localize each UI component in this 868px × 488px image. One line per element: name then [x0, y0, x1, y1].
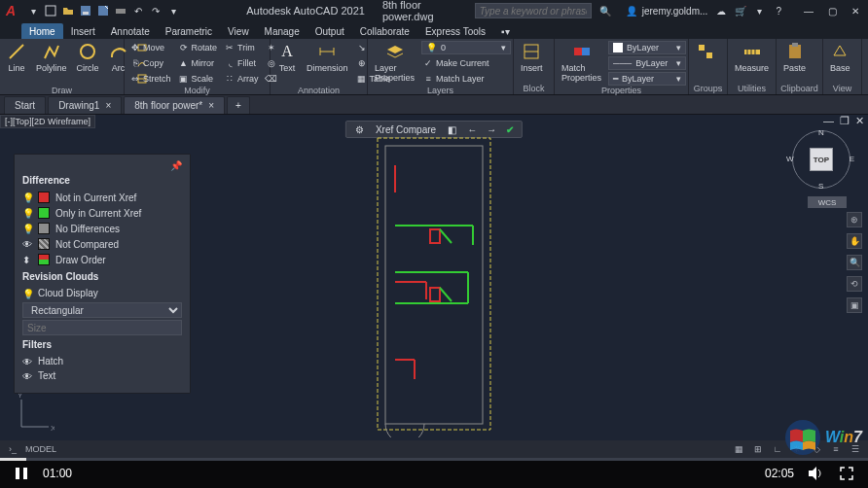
cloud-shape-select[interactable]: Rectangular: [22, 302, 182, 318]
command-line-icon[interactable]: ›_: [6, 442, 19, 456]
legend-draw-order[interactable]: ⬍Draw Order: [22, 252, 182, 267]
lineweight-bylayer-dropdown[interactable]: ━ByLayer▾: [608, 72, 686, 86]
orbit-icon[interactable]: ⟲: [847, 276, 862, 292]
view-cube[interactable]: TOP N E S W: [792, 130, 850, 189]
legend-no-differences[interactable]: 💡No Differences: [22, 221, 182, 236]
circle-button[interactable]: Circle: [74, 41, 102, 74]
tab-view[interactable]: View: [220, 23, 257, 39]
paste-button[interactable]: Paste: [780, 41, 809, 74]
steering-wheel-icon[interactable]: ⊛: [847, 212, 862, 227]
cloud-icon[interactable]: ☁: [715, 4, 727, 17]
next-diff-button[interactable]: →: [487, 124, 496, 135]
polyline-button[interactable]: Polyline: [33, 41, 70, 74]
vp-minimize-icon[interactable]: —: [823, 115, 834, 127]
redo-icon[interactable]: ↷: [149, 4, 163, 17]
fillet-button[interactable]: ◟Fillet: [223, 56, 261, 70]
volume-button[interactable]: [806, 464, 825, 483]
file-tab-drawing1[interactable]: Drawing1×: [48, 96, 122, 114]
showmotion-icon[interactable]: ▣: [847, 297, 862, 313]
trim-button[interactable]: ✂Trim: [223, 41, 261, 54]
progress-bar[interactable]: [0, 458, 868, 461]
base-button[interactable]: Base: [827, 41, 853, 74]
close-icon[interactable]: ×: [208, 100, 214, 111]
filter-text[interactable]: 👁Text: [22, 368, 182, 383]
tab-annotate[interactable]: Annotate: [103, 23, 158, 39]
user-chip[interactable]: 👤 jeremy.goldm...: [625, 4, 708, 17]
toggle-icon[interactable]: ◧: [446, 123, 457, 135]
pause-button[interactable]: [12, 464, 31, 483]
legend-only-in-current[interactable]: 💡Only in Current Xref: [22, 205, 182, 221]
tab-overflow-icon[interactable]: ▪▾: [493, 23, 518, 39]
app-logo[interactable]: A: [6, 3, 18, 18]
file-tab-8th-floor-power[interactable]: 8th floor power*×: [124, 96, 225, 114]
copy-button[interactable]: ⎘Copy: [128, 56, 173, 70]
help-icon[interactable]: ?: [773, 4, 784, 17]
compass-s[interactable]: S: [818, 182, 823, 191]
save-icon[interactable]: [79, 4, 92, 17]
group-button[interactable]: [693, 41, 718, 62]
cart-icon[interactable]: 🛒: [735, 4, 746, 17]
rotate-button[interactable]: ⟳Rotate: [177, 41, 220, 54]
compass-w[interactable]: W: [786, 155, 794, 163]
stretch-button[interactable]: ⇔Stretch: [128, 72, 173, 86]
new-icon[interactable]: [44, 4, 57, 17]
make-current-button[interactable]: ✓Make Current: [421, 56, 511, 70]
grid-icon[interactable]: ▦: [732, 442, 745, 456]
drawing-area[interactable]: [-][Top][2D Wireframe] — ❐ ✕ ⚙ Xref Comp…: [0, 115, 868, 458]
mirror-button[interactable]: ▲Mirror: [177, 56, 220, 70]
tab-parametric[interactable]: Parametric: [158, 23, 220, 39]
wcs-indicator[interactable]: WCS: [808, 196, 847, 208]
insert-button[interactable]: Insert: [518, 41, 546, 74]
compass-e[interactable]: E: [850, 155, 854, 163]
qat-menu-icon[interactable]: ▾: [26, 4, 40, 17]
search-icon[interactable]: 🔍: [599, 4, 611, 17]
close-icon[interactable]: ×: [105, 100, 111, 111]
tab-home[interactable]: Home: [21, 23, 63, 39]
legend-not-in-current[interactable]: 💡Not in Current Xref: [22, 190, 182, 205]
line-button[interactable]: Line: [4, 41, 29, 74]
cloud-display-toggle[interactable]: 💡Cloud Display: [22, 286, 182, 300]
move-button[interactable]: ✥Move: [128, 41, 173, 54]
measure-button[interactable]: Measure: [732, 41, 772, 74]
model-tab[interactable]: MODEL: [25, 444, 56, 454]
view-cube-face[interactable]: TOP: [810, 148, 833, 171]
accept-button[interactable]: ✔: [506, 124, 514, 135]
gear-icon[interactable]: ⚙: [354, 123, 366, 135]
filter-hatch[interactable]: 👁Hatch: [22, 354, 182, 368]
qat-more-icon[interactable]: ▾: [166, 4, 180, 17]
minimize-icon[interactable]: —: [802, 4, 815, 17]
fullscreen-button[interactable]: [837, 464, 856, 483]
new-file-tab-button[interactable]: +: [227, 96, 250, 114]
vp-restore-icon[interactable]: ❐: [840, 115, 850, 127]
vp-close-icon[interactable]: ✕: [855, 115, 864, 127]
pan-icon[interactable]: ✋: [847, 233, 862, 249]
match-layer-button[interactable]: ≡Match Layer: [421, 72, 511, 86]
open-icon[interactable]: [61, 4, 75, 17]
tab-output[interactable]: Output: [307, 23, 352, 39]
tab-express[interactable]: Express Tools: [417, 23, 493, 39]
maximize-icon[interactable]: ▢: [825, 4, 839, 17]
saveas-icon[interactable]: [96, 4, 110, 17]
snap-icon[interactable]: ⊞: [751, 442, 765, 456]
help-arrow-icon[interactable]: ▾: [754, 4, 766, 17]
layer-dropdown[interactable]: 💡0▾: [421, 41, 511, 54]
tab-collaborate[interactable]: Collaborate: [352, 23, 417, 39]
dimension-button[interactable]: Dimension: [304, 41, 351, 74]
plot-icon[interactable]: [114, 4, 127, 17]
file-tab-start[interactable]: Start: [4, 96, 46, 114]
search-input[interactable]: [475, 3, 592, 18]
tab-manage[interactable]: Manage: [257, 23, 307, 39]
array-button[interactable]: ∷Array: [223, 72, 261, 86]
legend-not-compared[interactable]: 👁Not Compared: [22, 236, 182, 252]
compass-n[interactable]: N: [818, 128, 824, 137]
panel-pin-icon[interactable]: 📌: [170, 160, 182, 171]
cloud-size-input[interactable]: [22, 320, 182, 335]
match-properties-button[interactable]: Match Properties: [559, 41, 604, 84]
scale-button[interactable]: ▣Scale: [177, 72, 220, 86]
text-button[interactable]: AText: [274, 41, 300, 74]
close-icon[interactable]: ✕: [849, 4, 862, 17]
linetype-bylayer-dropdown[interactable]: ───ByLayer▾: [608, 56, 686, 70]
tab-insert[interactable]: Insert: [63, 23, 103, 39]
ortho-icon[interactable]: ∟: [771, 442, 784, 456]
layer-properties-button[interactable]: Layer Properties: [372, 41, 417, 84]
